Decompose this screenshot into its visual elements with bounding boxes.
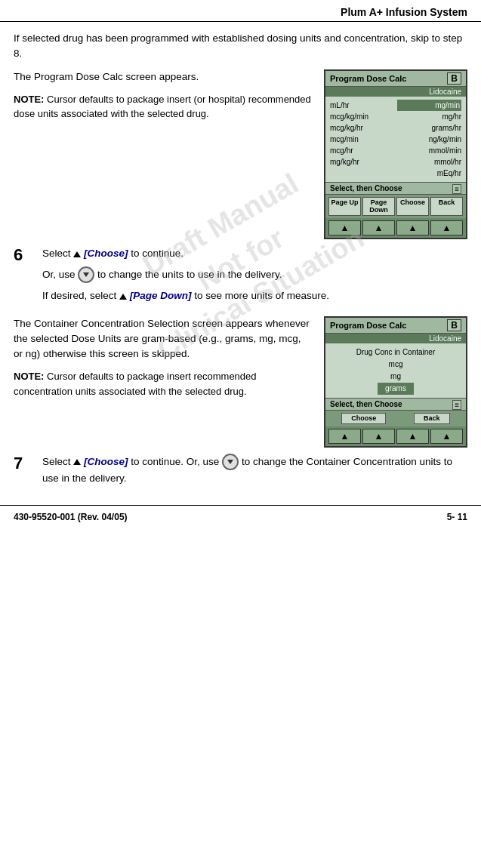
step6-content: Select [Choose] to continue. Or, use to … (42, 245, 467, 304)
device2-content: Drug Conc in Container mcg mg grams (325, 343, 466, 398)
device1-back-button[interactable]: Back (430, 197, 463, 217)
device1-drug-name: Lidocaine (325, 87, 466, 97)
step6-choose1: [Choose] (84, 248, 128, 259)
device1-page-up-button[interactable]: Page Up (328, 197, 361, 217)
device2-back-button[interactable]: Back (414, 413, 450, 424)
step6-text5: If desired, select (42, 290, 119, 301)
triangle-up-icon2 (119, 294, 127, 300)
step6-text4: to change the units to use in the delive… (97, 269, 282, 280)
step6-text1: Select (42, 248, 73, 259)
device1-select-label: Select, then Choose (330, 184, 402, 192)
device2-arrow4[interactable]: ▲ (430, 429, 463, 444)
device2-drug-name: Lidocaine (325, 334, 466, 343)
device1-arrow1[interactable]: ▲ (328, 220, 361, 235)
container-text: The Container Concentration Selection sc… (14, 316, 312, 362)
device1-choose-button[interactable]: Choose (396, 197, 429, 217)
device2-header-b: B (447, 319, 461, 331)
select-icon (78, 266, 94, 283)
step7-text1: Select (42, 456, 73, 467)
step6-number: 6 (14, 245, 35, 265)
device1-right-item: mg/hr (397, 111, 461, 122)
dose-calc-section: The Program Dose Calc screen appears. NO… (14, 69, 467, 240)
device1-columns: mL/hr mcg/kg/min mcg/kg/hr mcg/min mcg/h… (325, 97, 466, 182)
device1-page-down-button[interactable]: Page Down (362, 197, 395, 217)
step7-choose: [Choose] (84, 456, 128, 467)
container-section: The Container Concentration Selection sc… (14, 316, 467, 448)
device1-select-bar: Select, then Choose ≡ (325, 182, 466, 195)
triangle-up-icon (73, 251, 81, 257)
device2-header-title: Program Dose Calc (330, 321, 406, 330)
note2-label: NOTE: (14, 371, 44, 382)
footer-left: 430-95520-001 (Rev. 04/05) (14, 512, 128, 522)
device1-right-item: ng/kg/min (397, 134, 461, 145)
device1-left-item: mL/hr (330, 100, 394, 111)
main-content: Draft ManualNot forClinical Situation If… (0, 22, 481, 497)
device2-arrow-row: ▲ ▲ ▲ ▲ (325, 426, 466, 446)
footer-right: 5- 11 (447, 512, 467, 522)
device1-left-item: mcg/kg/min (330, 111, 394, 122)
step6-pagedown: [Page Down] (130, 290, 192, 301)
step7-number: 7 (14, 454, 35, 473)
device1-right-item: grams/hr (397, 122, 461, 134)
device1-screen: Program Dose Calc B Lidocaine mL/hr mcg/… (324, 69, 467, 240)
header-title: Plum A+ Infusion System (341, 6, 467, 18)
dose-calc-text-block: The Program Dose Calc screen appears. NO… (14, 69, 312, 128)
page-header: Plum A+ Infusion System (0, 0, 481, 22)
note1-block: NOTE: Cursor defaults to package insert … (14, 92, 312, 122)
device1-header: Program Dose Calc B (325, 71, 466, 87)
device1-header-b: B (447, 72, 461, 85)
device1-arrow2[interactable]: ▲ (362, 220, 395, 235)
device2-screen: Program Dose Calc B Lidocaine Drug Conc … (324, 316, 467, 448)
device2-item-grams: grams (330, 383, 461, 395)
device2-scroll-icon: ≡ (452, 400, 461, 410)
device1-left-item: mcg/min (330, 134, 394, 145)
device1-arrow3[interactable]: ▲ (396, 220, 429, 235)
device1-left-item: mg/kg/hr (330, 156, 394, 168)
device1-arrow-row: ▲ ▲ ▲ ▲ (325, 218, 466, 238)
device1-right-col: mg/min mg/hr grams/hr ng/kg/min mmol/min… (397, 100, 461, 179)
device2-arrow3[interactable]: ▲ (396, 429, 429, 444)
device1-right-item: mEq/hr (397, 168, 461, 179)
device1-left-item: mcg/kg/hr (330, 122, 394, 134)
device2-select-label: Select, then Choose (330, 400, 402, 408)
select-icon2 (222, 454, 239, 470)
note1-label: NOTE: (14, 94, 44, 105)
device1-header-title: Program Dose Calc (330, 74, 406, 83)
device2-label1: Drug Conc in Container (330, 346, 461, 359)
step7-content: Select [Choose] to continue. Or, use to … (42, 454, 467, 487)
device2-button-row: Choose Back (325, 411, 466, 426)
intro-paragraph2: The Program Dose Calc screen appears. (14, 69, 312, 85)
device1-right-highlighted: mg/min (397, 100, 461, 111)
device2-item-mcg: mcg (330, 359, 461, 371)
step7-text2: to continue. Or, use (128, 456, 223, 467)
container-text-block: The Container Concentration Selection sc… (14, 316, 312, 405)
device2-select-bar: Select, then Choose ≡ (325, 398, 466, 411)
device2-choose-button[interactable]: Choose (341, 413, 386, 424)
device2-arrow2[interactable]: ▲ (362, 429, 395, 444)
note2-block: NOTE: Cursor defaults to package insert … (14, 369, 312, 399)
device2-item-mg: mg (330, 371, 461, 383)
device2-header: Program Dose Calc B (325, 318, 466, 334)
step6-row: 6 Select [Choose] to continue. Or, use t… (14, 245, 467, 304)
page-footer: 430-95520-001 (Rev. 04/05) 5- 11 (0, 505, 481, 528)
device1-arrow4[interactable]: ▲ (430, 220, 463, 235)
device2-arrow1[interactable]: ▲ (328, 429, 361, 444)
device1-button-row: Page Up Page Down Choose Back (325, 195, 466, 219)
step6-text3: Or, use (42, 269, 78, 280)
device1-right-item: mmol/hr (397, 156, 461, 168)
step7-row: 7 Select [Choose] to continue. Or, use t… (14, 454, 467, 487)
device1-right-item: mmol/min (397, 145, 461, 156)
device1-left-col: mL/hr mcg/kg/min mcg/kg/hr mcg/min mcg/h… (330, 100, 394, 179)
note1-text: Cursor defaults to package insert (or ho… (14, 94, 311, 120)
device1-scroll-icon: ≡ (452, 184, 461, 194)
device1-left-item: mcg/hr (330, 145, 394, 156)
step6-text6: to see more units of measure. (192, 290, 329, 301)
intro-paragraph1: If selected drug has been programmed wit… (14, 31, 467, 62)
step6-text2: to continue. (128, 248, 184, 259)
note2-text: Cursor defaults to package insert recomm… (14, 371, 257, 397)
triangle-up-icon3 (73, 459, 81, 465)
